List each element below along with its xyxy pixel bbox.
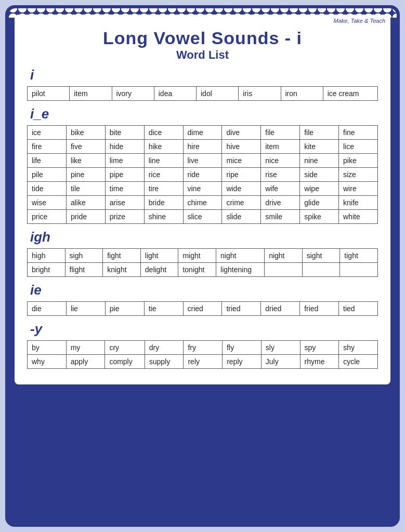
table-cell: night bbox=[216, 249, 265, 263]
table-cell: die bbox=[28, 302, 67, 316]
table-cell: flight bbox=[65, 263, 103, 277]
table-cell: comply bbox=[105, 355, 145, 369]
table-cell: wire bbox=[339, 182, 378, 196]
table-cell: ivory bbox=[112, 87, 154, 101]
table-cell: tried bbox=[222, 302, 261, 316]
table-cell: sight bbox=[302, 249, 340, 263]
table-cell: five bbox=[66, 140, 105, 154]
table-cell: dime bbox=[183, 126, 222, 140]
table-cell: glide bbox=[300, 196, 339, 210]
table-cell: July bbox=[261, 355, 300, 369]
table-row: wisealikearisebridechimecrimedriveglidek… bbox=[28, 196, 378, 210]
table-cell: night bbox=[265, 249, 303, 263]
table-cell: file bbox=[300, 126, 339, 140]
table-row: lifelikelimelinelivemiceniceninepike bbox=[28, 154, 378, 168]
table-cell: shine bbox=[144, 210, 183, 224]
table-cell: fine bbox=[339, 126, 378, 140]
table-cell: fight bbox=[103, 249, 141, 263]
table-cell: vine bbox=[183, 182, 222, 196]
section-label-0: i bbox=[30, 67, 378, 83]
section-label-2: igh bbox=[30, 229, 378, 245]
table-cell: bike bbox=[66, 126, 105, 140]
table-cell: cry bbox=[105, 341, 145, 355]
table-cell: chime bbox=[183, 196, 222, 210]
table-cell: tide bbox=[28, 182, 67, 196]
table-cell: lice bbox=[339, 140, 378, 154]
table-row: firefivehidehikehirehiveitemkitelice bbox=[28, 140, 378, 154]
table-cell: knife bbox=[339, 196, 378, 210]
table-cell: ride bbox=[183, 168, 222, 182]
table-cell: alike bbox=[66, 196, 105, 210]
table-cell: delight bbox=[140, 263, 178, 277]
table-row: pilotitemivoryideaidolirisironice cream bbox=[28, 87, 378, 101]
main-title: Long Vowel Sounds - i bbox=[27, 28, 378, 48]
table-cell: pike bbox=[339, 154, 378, 168]
table-0: pilotitemivoryideaidolirisironice cream bbox=[27, 86, 378, 101]
table-cell: shy bbox=[339, 341, 378, 355]
table-cell: dry bbox=[145, 341, 184, 355]
table-cell: tied bbox=[339, 302, 378, 316]
table-cell: hive bbox=[222, 140, 261, 154]
table-cell: wide bbox=[222, 182, 261, 196]
table-cell: reply bbox=[223, 355, 262, 369]
table-cell: mice bbox=[222, 154, 261, 168]
table-cell: rice bbox=[144, 168, 183, 182]
table-cell: slide bbox=[222, 210, 261, 224]
table-cell: bride bbox=[144, 196, 183, 210]
table-cell: white bbox=[339, 210, 378, 224]
table-cell: apply bbox=[66, 355, 105, 369]
table-cell: why bbox=[28, 355, 67, 369]
table-cell: lie bbox=[66, 302, 105, 316]
table-cell: crime bbox=[222, 196, 261, 210]
table-cell: cycle bbox=[339, 355, 378, 369]
table-cell: smile bbox=[261, 210, 300, 224]
table-cell: dried bbox=[261, 302, 300, 316]
table-cell: live bbox=[183, 154, 222, 168]
table-cell: like bbox=[66, 154, 105, 168]
sections-container: ipilotitemivoryideaidolirisironice cream… bbox=[27, 67, 378, 369]
table-cell: line bbox=[144, 154, 183, 168]
table-cell: file bbox=[261, 126, 300, 140]
table-4: bymycrydryfryflyslyspyshywhyapplycomplys… bbox=[27, 340, 378, 369]
table-cell: hide bbox=[105, 140, 144, 154]
table-cell: light bbox=[140, 249, 178, 263]
table-cell: time bbox=[105, 182, 144, 196]
table-cell: fire bbox=[28, 140, 67, 154]
table-row: brightflightknightdelighttonightlighteni… bbox=[28, 263, 378, 277]
table-cell: spike bbox=[300, 210, 339, 224]
table-cell: ripe bbox=[222, 168, 261, 182]
table-cell: wipe bbox=[300, 182, 339, 196]
table-cell: drive bbox=[261, 196, 300, 210]
table-cell: supply bbox=[145, 355, 184, 369]
table-cell: item bbox=[70, 87, 112, 101]
table-cell bbox=[265, 263, 303, 277]
table-row: tidetiletimetirevinewidewifewipewire bbox=[28, 182, 378, 196]
table-row: pilepinepipericerideriperisesidesize bbox=[28, 168, 378, 182]
table-cell: sly bbox=[261, 341, 300, 355]
table-cell: life bbox=[28, 154, 67, 168]
table-cell: might bbox=[178, 249, 216, 263]
table-cell: tight bbox=[340, 249, 378, 263]
table-2: highsighfightlightmightnightnightsightti… bbox=[27, 248, 378, 277]
table-cell: dice bbox=[144, 126, 183, 140]
table-cell: pride bbox=[66, 210, 105, 224]
table-row: bymycrydryfryflyslyspyshy bbox=[28, 341, 378, 355]
scallop-border: Make, Take & Teach Long Vowel Sounds - i… bbox=[8, 8, 397, 524]
table-cell: idol bbox=[197, 87, 239, 101]
table-row: dieliepietiecriedtrieddriedfriedtied bbox=[28, 302, 378, 316]
table-cell: dive bbox=[222, 126, 261, 140]
table-cell: high bbox=[28, 249, 66, 263]
table-cell: tonight bbox=[178, 263, 216, 277]
table-cell: pipe bbox=[105, 168, 144, 182]
table-cell: rise bbox=[261, 168, 300, 182]
table-cell: arise bbox=[105, 196, 144, 210]
table-cell: rhyme bbox=[300, 355, 339, 369]
table-cell: nice bbox=[261, 154, 300, 168]
table-cell: iris bbox=[239, 87, 281, 101]
table-cell: my bbox=[66, 341, 105, 355]
table-cell: wise bbox=[28, 196, 67, 210]
table-cell: lime bbox=[105, 154, 144, 168]
table-cell: cried bbox=[183, 302, 222, 316]
table-cell: prize bbox=[105, 210, 144, 224]
table-cell bbox=[302, 263, 340, 277]
